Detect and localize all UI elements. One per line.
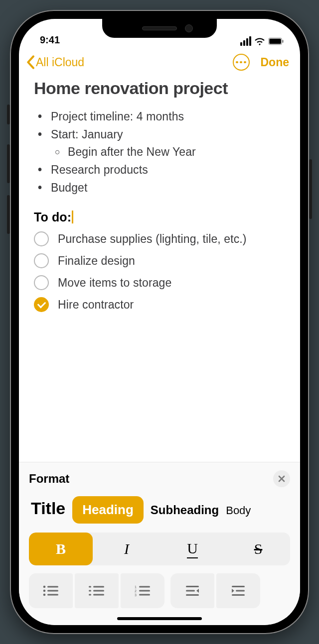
checkbox-empty-icon[interactable] [34, 231, 49, 246]
outdent-button[interactable] [170, 573, 214, 608]
svg-rect-9 [89, 586, 91, 588]
dash-list-button[interactable] [75, 573, 119, 608]
format-panel: Format Title Heading Subheading Body B I… [19, 462, 300, 625]
dash-list-icon [88, 584, 105, 597]
note-editor[interactable]: Home renovation project Project timeline… [19, 74, 300, 462]
list-item[interactable]: Start: January Begin after the New Year [38, 126, 285, 161]
underline-button[interactable]: U [160, 533, 224, 565]
svg-rect-24 [232, 586, 245, 587]
svg-text:2: 2 [135, 589, 137, 593]
note-title[interactable]: Home renovation project [34, 79, 285, 98]
screen: 9:41 All iCloud [19, 19, 300, 625]
style-body[interactable]: Body [226, 504, 251, 517]
paragraph-style-picker[interactable]: Title Heading Subheading Body [29, 496, 290, 524]
cellular-icon [240, 36, 251, 46]
volume-down [7, 195, 10, 234]
back-label: All iCloud [36, 56, 84, 69]
numbered-list-icon: 123 [134, 584, 151, 597]
bullet-list[interactable]: Project timeline: 4 months Start: Januar… [34, 108, 285, 197]
svg-rect-11 [89, 594, 91, 596]
svg-rect-12 [93, 586, 104, 588]
bullet-list-icon [42, 584, 59, 597]
note-heading[interactable]: To do: [34, 209, 285, 224]
svg-text:1: 1 [135, 585, 137, 589]
svg-rect-26 [232, 594, 245, 596]
battery-icon [268, 37, 284, 45]
power-button [309, 159, 312, 219]
checklist-item[interactable]: Finalize design [34, 253, 285, 268]
bold-button[interactable]: B [29, 533, 93, 565]
list-item[interactable]: Budget [38, 179, 285, 197]
indent-button[interactable] [216, 573, 260, 608]
svg-rect-2 [282, 40, 283, 43]
phone-frame: 9:41 All iCloud [10, 10, 309, 634]
notch [102, 19, 217, 38]
checklist-item[interactable]: Move items to storage [34, 275, 285, 290]
strikethrough-button[interactable]: S [226, 533, 290, 565]
svg-text:3: 3 [135, 593, 137, 597]
italic-button[interactable]: I [95, 533, 159, 565]
volume-up [7, 144, 10, 183]
text-cursor [72, 211, 73, 223]
svg-rect-20 [139, 594, 150, 596]
back-button[interactable]: All iCloud [26, 55, 84, 69]
style-heading[interactable]: Heading [72, 496, 144, 524]
checkbox-empty-icon[interactable] [34, 253, 49, 268]
list-item[interactable]: Research products [38, 161, 285, 179]
chevron-left-icon [26, 55, 35, 69]
svg-rect-14 [93, 594, 104, 596]
indent-icon [229, 584, 248, 597]
svg-rect-13 [93, 590, 104, 592]
more-button[interactable] [233, 54, 250, 71]
svg-point-4 [43, 590, 46, 592]
svg-rect-18 [139, 586, 150, 588]
list-item[interactable]: Project timeline: 4 months [38, 108, 285, 126]
svg-rect-23 [186, 594, 199, 596]
style-subheading[interactable]: Subheading [151, 503, 219, 517]
checklist-item[interactable]: Purchase supplies (lighting, tile, etc.) [34, 231, 285, 246]
svg-rect-8 [47, 594, 58, 596]
wifi-icon [254, 37, 265, 46]
checklist-item[interactable]: Hire contractor [34, 297, 285, 312]
svg-rect-19 [139, 590, 150, 592]
svg-rect-25 [236, 590, 245, 592]
svg-rect-21 [186, 586, 199, 587]
list-item[interactable]: Begin after the New Year [55, 143, 285, 161]
close-button[interactable] [273, 470, 290, 487]
checklist[interactable]: Purchase supplies (lighting, tile, etc.)… [34, 231, 285, 312]
status-time: 9:41 [40, 34, 60, 46]
numbered-list-button[interactable]: 123 [121, 573, 164, 608]
svg-rect-22 [186, 590, 195, 592]
checkbox-empty-icon[interactable] [34, 275, 49, 290]
outdent-icon [183, 584, 202, 597]
svg-rect-7 [47, 590, 58, 592]
svg-rect-10 [89, 590, 91, 592]
close-icon [278, 475, 285, 482]
list-controls: 123 [29, 573, 290, 608]
checkbox-checked-icon[interactable] [34, 297, 49, 312]
svg-point-3 [43, 586, 46, 588]
nav-bar: All iCloud Done [19, 47, 300, 74]
format-title: Format [29, 472, 69, 486]
svg-rect-6 [47, 586, 58, 588]
svg-point-5 [43, 594, 46, 596]
text-style-group: B I U S [29, 533, 290, 565]
bullet-list-button[interactable] [29, 573, 73, 608]
style-title[interactable]: Title [31, 499, 65, 518]
mute-switch [7, 105, 10, 124]
done-button[interactable]: Done [261, 56, 290, 69]
home-indicator[interactable] [117, 617, 202, 620]
svg-rect-1 [269, 38, 281, 43]
